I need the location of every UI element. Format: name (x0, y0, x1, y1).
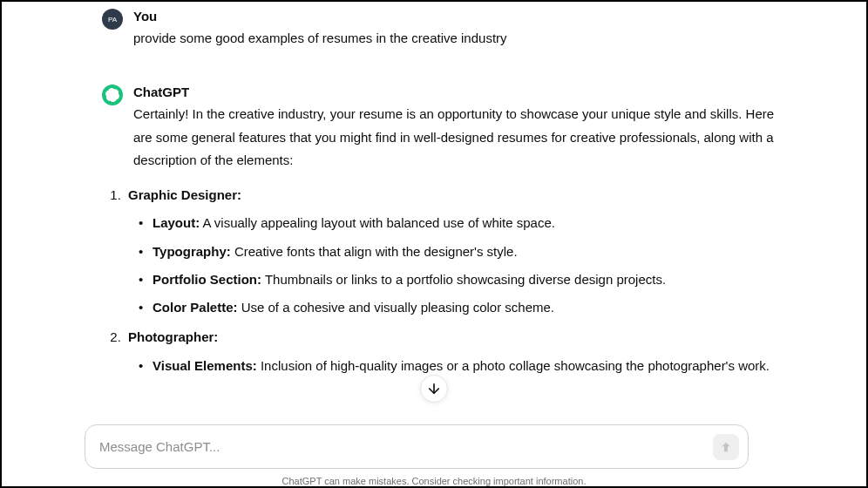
sub-text: Thumbnails or links to a portfolio showc… (261, 272, 666, 287)
avatar-initials: PA (108, 16, 117, 24)
user-message: PA You provide some good examples of res… (2, 9, 866, 50)
openai-logo-icon (105, 88, 119, 102)
sub-text: Creative fonts that align with the desig… (231, 244, 518, 259)
user-author-label: You (133, 9, 779, 24)
sub-list: Layout: A visually appealing layout with… (128, 212, 779, 319)
sub-text: Use of a cohesive and visually pleasing … (238, 300, 555, 315)
arrow-up-icon (719, 440, 733, 454)
assistant-intro: Certainly! In the creative industry, you… (133, 103, 779, 172)
sub-item: Typography: Creative fonts that align wi… (139, 241, 779, 263)
sub-label: Typography: (153, 244, 231, 259)
user-message-body: You provide some good examples of resume… (133, 9, 866, 50)
list-heading: Graphic Designer: (128, 187, 241, 202)
composer (85, 424, 749, 469)
sub-label: Layout: (153, 215, 200, 230)
sub-text: A visually appealing layout with balance… (200, 215, 555, 230)
sub-item: Color Palette: Use of a cohesive and vis… (139, 296, 779, 319)
message-input[interactable] (99, 439, 704, 454)
sub-item: Portfolio Section: Thumbnails or links t… (139, 268, 779, 291)
sub-label: Portfolio Section: (153, 272, 261, 287)
sub-text: Inclusion of high-quality images or a ph… (257, 358, 770, 373)
user-message-text: provide some good examples of resumes in… (133, 27, 779, 50)
user-avatar: PA (102, 9, 123, 30)
assistant-message-body: ChatGPT Certainly! In the creative indus… (133, 85, 866, 384)
sub-label: Visual Elements: (153, 358, 257, 373)
assistant-avatar (102, 85, 123, 105)
resume-list: Graphic Designer: Layout: A visually app… (125, 184, 779, 377)
sub-label: Color Palette: (153, 300, 238, 315)
footer-disclaimer: ChatGPT can make mistakes. Consider chec… (2, 476, 866, 486)
arrow-down-icon (426, 381, 442, 396)
send-button[interactable] (713, 434, 739, 460)
sub-item: Visual Elements: Inclusion of high-quali… (139, 355, 779, 377)
assistant-message: ChatGPT Certainly! In the creative indus… (2, 85, 866, 384)
assistant-message-text: Certainly! In the creative industry, you… (133, 103, 779, 377)
list-heading: Photographer: (128, 329, 218, 344)
chat-conversation: PA You provide some good examples of res… (2, 2, 866, 486)
scroll-to-bottom-button[interactable] (420, 375, 448, 403)
list-item: Graphic Designer: Layout: A visually app… (125, 184, 779, 319)
sub-list: Visual Elements: Inclusion of high-quali… (128, 355, 779, 377)
composer-box (85, 424, 749, 469)
assistant-author-label: ChatGPT (133, 85, 779, 99)
sub-item: Layout: A visually appealing layout with… (139, 212, 779, 234)
list-item: Photographer: Visual Elements: Inclusion… (125, 326, 779, 377)
